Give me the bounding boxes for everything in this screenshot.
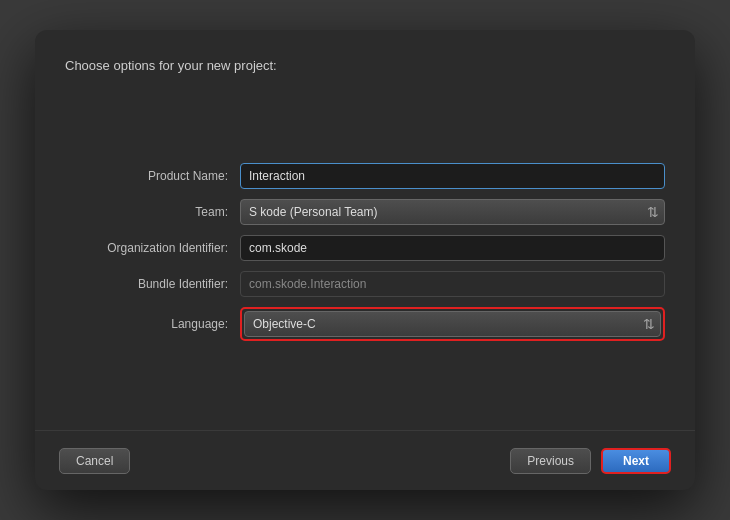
cancel-button[interactable]: Cancel bbox=[59, 448, 130, 474]
team-label: Team: bbox=[65, 205, 240, 219]
language-label: Language: bbox=[65, 317, 240, 331]
bundle-identifier-label: Bundle Identifier: bbox=[65, 277, 240, 291]
team-control: S kode (Personal Team) ⇅ bbox=[240, 199, 665, 225]
org-identifier-label: Organization Identifier: bbox=[65, 241, 240, 255]
dialog-footer: Cancel Previous Next bbox=[35, 430, 695, 490]
team-row: Team: S kode (Personal Team) ⇅ bbox=[65, 199, 665, 225]
bundle-identifier-control bbox=[240, 271, 665, 297]
product-name-input[interactable] bbox=[240, 163, 665, 189]
project-options-dialog: Choose options for your new project: Pro… bbox=[35, 30, 695, 490]
dialog-header: Choose options for your new project: bbox=[35, 30, 695, 83]
product-name-row: Product Name: bbox=[65, 163, 665, 189]
team-select-wrapper: S kode (Personal Team) ⇅ bbox=[240, 199, 665, 225]
language-row: Language: Objective-C Swift ⇅ bbox=[65, 307, 665, 341]
bundle-identifier-input bbox=[240, 271, 665, 297]
product-name-label: Product Name: bbox=[65, 169, 240, 183]
language-control: Objective-C Swift ⇅ bbox=[240, 307, 665, 341]
footer-right-buttons: Previous Next bbox=[510, 448, 671, 474]
product-name-control bbox=[240, 163, 665, 189]
language-select[interactable]: Objective-C Swift bbox=[244, 311, 661, 337]
org-identifier-input[interactable] bbox=[240, 235, 665, 261]
next-button[interactable]: Next bbox=[601, 448, 671, 474]
bundle-identifier-row: Bundle Identifier: bbox=[65, 271, 665, 297]
dialog-body: Product Name: Team: S kode (Personal Tea… bbox=[35, 83, 695, 430]
org-identifier-row: Organization Identifier: bbox=[65, 235, 665, 261]
org-identifier-control bbox=[240, 235, 665, 261]
language-highlight: Objective-C Swift ⇅ bbox=[240, 307, 665, 341]
dialog-title: Choose options for your new project: bbox=[65, 58, 277, 73]
previous-button[interactable]: Previous bbox=[510, 448, 591, 474]
language-select-wrapper: Objective-C Swift ⇅ bbox=[244, 311, 661, 337]
team-select[interactable]: S kode (Personal Team) bbox=[240, 199, 665, 225]
